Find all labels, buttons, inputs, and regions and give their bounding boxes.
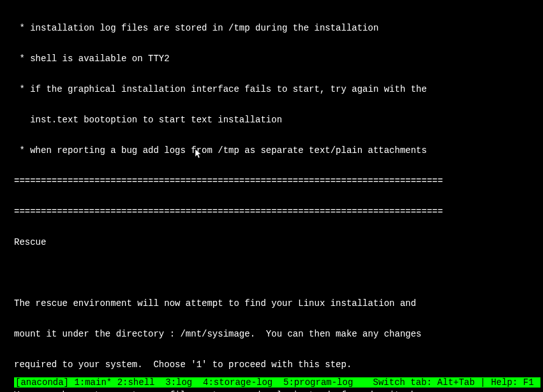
- rescue-body: The rescue environment will now attempt …: [0, 298, 543, 309]
- bullet-line: inst.text bootoption to start text insta…: [0, 115, 543, 125]
- bullet-line: * shell is available on TTY2: [0, 54, 543, 64]
- blank-line: [0, 268, 543, 278]
- separator: ========================================…: [0, 176, 543, 186]
- terminal-output: * installation log files are stored in /…: [0, 0, 543, 392]
- separator: ========================================…: [0, 207, 543, 217]
- bullet-line: * if the graphical installation interfac…: [0, 84, 543, 94]
- status-bar: [anaconda] 1:main* 2:shell 3:log 4:stora…: [14, 377, 540, 388]
- bullet-line: * when reporting a bug add logs from /tm…: [0, 145, 543, 156]
- status-right: Switch tab: Alt+Tab | Help: F1: [373, 377, 539, 388]
- bullet-line: * installation log files are stored in /…: [0, 23, 543, 33]
- rescue-body: mount it under the directory : /mnt/sysi…: [0, 329, 543, 339]
- status-left: [anaconda] 1:main* 2:shell 3:log 4:stora…: [15, 377, 353, 388]
- rescue-body: required to your system. Choose '1' to p…: [0, 359, 543, 370]
- rescue-title: Rescue: [0, 237, 543, 247]
